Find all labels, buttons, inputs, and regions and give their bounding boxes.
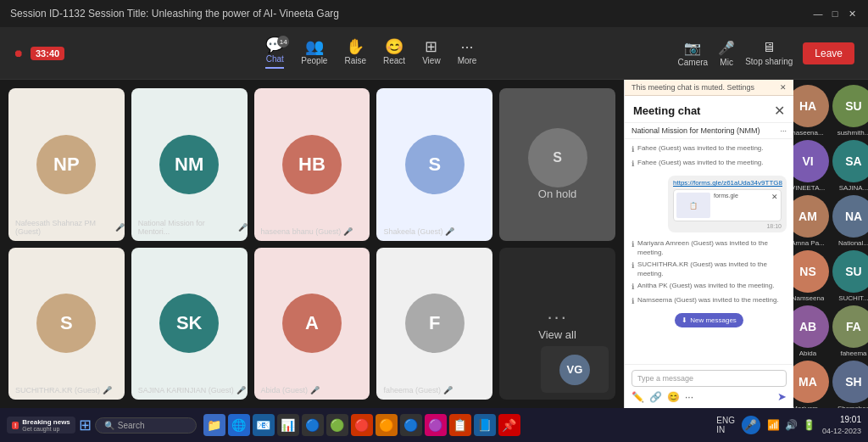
new-messages-label: New messages [690,316,737,324]
participant-name-sajina: SAJINA... [839,184,868,192]
new-messages-button[interactable]: ⬇ New messages [675,313,743,327]
self-video-tile: VG [541,346,609,393]
mic-status-icon4: 🎤 [445,227,454,236]
participant-sajina: SA SAJINA... [832,140,868,192]
video-row-2: S SUCHITHRA.KR (Guest) 🎤 SK SAJINA KARIN… [8,248,615,400]
ellipsis-icon: ··· [547,306,567,328]
toolbar-raise[interactable]: ✋ Raise [344,39,366,69]
more-chat-icon[interactable]: ··· [685,391,693,403]
volume-icon[interactable]: 🔊 [785,419,798,431]
toolbar-left: ⏺ 33:40 [14,47,64,60]
avatar-sk: SK [159,294,219,353]
toolbar-people[interactable]: 👥 People [301,39,327,69]
minimize-button[interactable]: — [812,8,824,20]
participant-name-vineeta: VINEETA... [793,184,825,192]
taskbar-app-4[interactable]: 🔴 [351,414,373,436]
info-icon4: ℹ [632,261,634,271]
participant-circle-haseena: HA [793,85,829,127]
taskbar-clock[interactable]: 19:01 04-12-2023 [822,414,861,437]
toolbar-chat[interactable]: 💬 Chat 14 [265,37,284,69]
send-button[interactable]: ➤ [777,390,787,403]
participant-faheema: FA faheema [832,305,868,357]
attach-icon[interactable]: 🔗 [649,391,662,403]
close-button[interactable]: ✕ [846,8,858,20]
participant-namseena: NS Namseena [793,250,829,302]
avatar-hb: HB [282,135,342,194]
people-label: People [301,56,327,65]
close-preview-icon[interactable]: ✕ [771,193,778,201]
taskbar-app-2[interactable]: 🔵 [302,414,324,436]
format-icon[interactable]: ✏️ [632,391,644,403]
toolbar-view[interactable]: ⊞ View [422,39,441,69]
participant-name-faheema: faheema [840,350,866,357]
taskbar-right: ENG IN 🎤 📶 🔊 🔋 19:01 04-12-2023 [716,414,861,437]
network-icon[interactable]: 📶 [767,419,780,431]
avatar-s1: S [405,135,465,194]
participant-circle-vineeta: VI [793,140,829,182]
video-row-1: NP Nafeesath Shahnaz PM (Guest) 🎤 NM Nat… [8,88,615,241]
taskbar-app-explorer[interactable]: 📁 [203,414,225,436]
chat-system-msg-6: ℹ Namseema (Guest) was invited to the me… [632,296,787,307]
search-icon: 🔍 [104,421,114,430]
participant-shamshad: SH Shamshad [832,361,868,408]
meeting-toolbar: ⏺ 33:40 💬 Chat 14 👥 People ✋ Raise 😊 Rea… [0,27,868,80]
chat-group-more-icon[interactable]: ··· [780,126,787,135]
muted-text: This meeting chat is muted. Settings [632,83,754,92]
share-icon: 🖥 [762,40,776,55]
share-toggle[interactable]: 🖥 Stop sharing [745,40,793,66]
video-tile-np: NP Nafeesath Shahnaz PM (Guest) 🎤 [8,88,125,241]
close-chat-banner-icon[interactable]: ✕ [780,83,787,92]
taskbar-mic-indicator[interactable]: 🎤 [742,416,760,434]
taskbar-app-3[interactable]: 🟢 [326,414,348,436]
chat-group-name: National Mission for Mentoring (NMM) [632,126,760,135]
windows-start-button[interactable]: ⊞ [79,416,92,434]
taskbar-app-edge[interactable]: 🌐 [228,414,250,436]
taskbar-app-8[interactable]: 📋 [449,414,471,436]
taskbar-app-9[interactable]: 📘 [474,414,496,436]
participant-name-abida: Abida [799,350,816,357]
taskbar-app-6[interactable]: 🔵 [400,414,422,436]
preview-domain: forms.gle [714,193,738,199]
camera-icon: 📷 [684,40,701,56]
chat-link[interactable]: https://forms.gle/z61aUda34v9TTG8 [673,179,782,187]
taskbar-search[interactable]: 🔍 Search [95,417,197,434]
camera-toggle[interactable]: 📷 Camera [678,40,709,67]
mic-status-icon7: 🎤 [310,386,320,394]
emoji-icon[interactable]: 😊 [667,391,680,403]
taskbar-app-1[interactable]: 📊 [277,414,299,436]
info-icon2: ℹ [632,159,634,170]
battery-icon[interactable]: 🔋 [803,419,815,431]
info-icon3: ℹ [632,240,634,250]
participant-name-national: National... [838,239,868,247]
participant-abida: AB Abida [793,305,829,357]
avatar-s2: S [36,294,96,353]
video-tile-onhold: S On hold [499,88,615,241]
avatar-f: F [405,294,465,353]
chat-group-row: National Mission for Mentoring (NMM) ··· [625,123,793,139]
mic-icon: 🎤 [718,40,735,56]
taskbar-app-7[interactable]: 🟣 [425,414,447,436]
video-tile-viewall[interactable]: ··· View all VG [499,248,615,400]
participant-vineeta: VI VINEETA... [793,140,829,192]
taskbar-app-mail[interactable]: 📧 [253,414,275,436]
taskbar-app-10[interactable]: 📌 [498,414,520,436]
breaking-news-badge: ! [12,422,19,429]
participants-sidebar: HA haseena... SU sushmith... VI VINEETA.… [793,80,868,408]
chat-label: Chat [266,54,284,64]
window-controls: — □ ✕ [812,8,858,20]
maximize-button[interactable]: □ [829,8,841,20]
video-tile-nm: NM National Mission for Mentori... 🎤 [131,88,248,241]
chat-input[interactable]: Type a message [632,370,787,387]
leave-button[interactable]: Leave [803,42,854,64]
chat-link-bubble: https://forms.gle/z61aUda34v9TTG8 📋 form… [668,176,787,232]
breaking-news[interactable]: ! Breaking news Get caught up [7,417,75,434]
participant-name-haseena: haseena... [793,129,824,137]
people-icon: 👥 [305,39,324,54]
taskbar-app-5[interactable]: 🟠 [376,414,398,436]
participant-circle-mariyam: MA [793,361,829,403]
toolbar-react[interactable]: 😊 React [383,39,405,69]
breaking-news-text: Breaking news Get caught up [22,418,70,432]
mic-toggle[interactable]: 🎤 Mic [718,40,735,67]
close-chat-icon[interactable]: ✕ [774,103,785,119]
toolbar-more[interactable]: ··· More [458,39,477,69]
